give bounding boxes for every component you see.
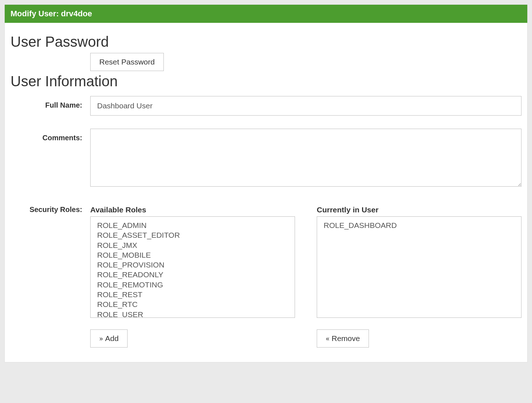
- current-role-option[interactable]: ROLE_DASHBOARD: [324, 220, 515, 230]
- available-role-option[interactable]: ROLE_RTC: [97, 299, 288, 309]
- chevrons-left-icon: ‹‹: [326, 335, 329, 342]
- add-role-button[interactable]: ›› Add: [90, 329, 128, 348]
- full-name-field[interactable]: [90, 96, 521, 116]
- security-roles-label: Security Roles:: [11, 205, 90, 214]
- panel-title: Modify User: drv4doe: [5, 5, 527, 23]
- modify-user-panel: Modify User: drv4doe User Password Reset…: [4, 4, 528, 362]
- current-roles-listbox[interactable]: ROLE_DASHBOARD: [317, 216, 521, 318]
- available-role-option[interactable]: ROLE_PROVISION: [97, 260, 288, 270]
- comments-field[interactable]: [90, 129, 521, 187]
- available-role-option[interactable]: ROLE_READONLY: [97, 270, 288, 279]
- available-role-option[interactable]: ROLE_REMOTING: [97, 280, 288, 290]
- full-name-label: Full Name:: [11, 96, 90, 109]
- remove-role-button[interactable]: ‹‹ Remove: [317, 329, 369, 348]
- available-role-option[interactable]: ROLE_ASSET_EDITOR: [97, 230, 288, 240]
- reset-password-button[interactable]: Reset Password: [90, 53, 164, 71]
- available-role-option[interactable]: ROLE_REST: [97, 290, 288, 299]
- available-role-option[interactable]: ROLE_ADMIN: [97, 220, 288, 230]
- remove-button-label: Remove: [332, 334, 360, 343]
- available-role-option[interactable]: ROLE_USER: [97, 309, 288, 318]
- chevrons-right-icon: ››: [99, 335, 102, 342]
- comments-label: Comments:: [11, 129, 90, 142]
- available-roles-heading: Available Roles: [90, 205, 295, 214]
- section-user-password: User Password: [11, 34, 521, 50]
- available-role-option[interactable]: ROLE_MOBILE: [97, 250, 288, 260]
- available-roles-listbox[interactable]: ROLE_ADMINROLE_ASSET_EDITORROLE_JMXROLE_…: [90, 216, 295, 318]
- add-button-label: Add: [105, 334, 119, 343]
- section-user-information: User Information: [11, 73, 521, 90]
- available-role-option[interactable]: ROLE_JMX: [97, 240, 288, 250]
- empty-label: [11, 53, 90, 58]
- currently-in-user-heading: Currently in User: [317, 205, 521, 214]
